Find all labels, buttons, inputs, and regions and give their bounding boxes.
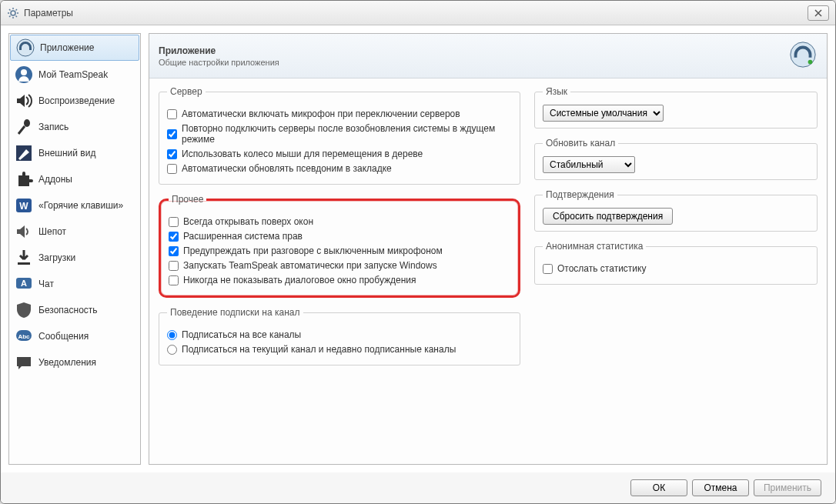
- sidebar-item-notifications[interactable]: Уведомления: [9, 349, 140, 375]
- lbl-reconnect: Повторно подключить серверы после возобн…: [182, 123, 512, 145]
- chk-adv-perm[interactable]: [169, 232, 179, 242]
- chk-auto-nick[interactable]: [167, 164, 177, 174]
- group-server-legend: Сервер: [167, 86, 206, 97]
- group-anon-stats-legend: Анонимная статистика: [543, 241, 646, 252]
- gear-icon: [7, 7, 19, 19]
- lbl-sub-current: Подписаться на текущий канал и недавно п…: [182, 344, 456, 355]
- sidebar-item-design[interactable]: Внешний вид: [9, 140, 140, 166]
- svg-text:Abc: Abc: [18, 333, 30, 340]
- group-channel-sub: Поведение подписки на канал Подписаться …: [159, 307, 520, 365]
- select-update-channel[interactable]: Стабильный: [543, 156, 635, 173]
- footer: ОК Отмена Применить: [1, 472, 835, 503]
- sidebar-item-messages[interactable]: Abc Сообщения: [9, 323, 140, 349]
- svg-line-6: [16, 15, 18, 17]
- lbl-no-wakeup: Никогда не показывать диалоговое окно пр…: [183, 275, 416, 285]
- sidebar: Приложение Мой TeamSpeak Воспроизведение…: [8, 33, 141, 465]
- svg-point-12: [24, 119, 30, 127]
- sidebar-item-chat[interactable]: A Чат: [9, 271, 140, 297]
- lbl-auto-nick: Автоматически обновлять псевдоним в закл…: [182, 163, 392, 174]
- sidebar-item-myteamspeak[interactable]: Мой TeamSpeak: [9, 62, 140, 88]
- svg-rect-17: [18, 262, 30, 265]
- page-subtitle: Общие настройки приложения: [159, 58, 788, 67]
- lbl-always-top: Всегда открывать поверх окон: [183, 216, 313, 227]
- chk-autostart[interactable]: [169, 261, 179, 271]
- sidebar-item-label: Приложение: [40, 42, 94, 53]
- group-language: Язык Системные умолчания: [534, 86, 818, 129]
- sidebar-item-downloads[interactable]: Загрузки: [9, 245, 140, 271]
- group-confirmations-legend: Подтверждения: [543, 189, 617, 200]
- radio-sub-all[interactable]: [167, 330, 177, 340]
- main-header: Приложение Общие настройки приложения: [149, 34, 827, 78]
- settings-window: Параметры Приложение Мой TeamSpeak Воспр…: [0, 0, 836, 504]
- shield-icon: [14, 300, 34, 320]
- titlebar: Параметры: [1, 1, 835, 25]
- group-confirmations: Подтверждения Сбросить подтверждения: [534, 189, 818, 232]
- sidebar-item-application[interactable]: Приложение: [10, 35, 139, 61]
- group-other-legend: Прочее: [169, 194, 206, 205]
- sidebar-item-label: Загрузки: [38, 252, 75, 263]
- lbl-mouse-wheel: Использовать колесо мыши для перемещения…: [182, 149, 423, 159]
- radio-sub-current[interactable]: [167, 345, 177, 355]
- sidebar-item-playback[interactable]: Воспроизведение: [9, 88, 140, 114]
- sidebar-item-addons[interactable]: Аддоны: [9, 166, 140, 192]
- chk-always-top[interactable]: [169, 217, 179, 227]
- svg-text:W: W: [19, 201, 28, 212]
- page-title: Приложение: [159, 45, 788, 56]
- ok-button[interactable]: ОК: [630, 479, 687, 496]
- svg-line-8: [9, 15, 11, 17]
- sidebar-item-capture[interactable]: Запись: [9, 114, 140, 140]
- group-server: Сервер Автоматически включать микрофон п…: [159, 86, 520, 185]
- apply-button[interactable]: Применить: [754, 479, 821, 496]
- speaker-icon: [14, 91, 34, 111]
- group-language-legend: Язык: [543, 86, 570, 97]
- sidebar-item-label: Сообщения: [38, 331, 89, 342]
- sidebar-item-security[interactable]: Безопасность: [9, 297, 140, 323]
- sidebar-item-whisper[interactable]: Шепот: [9, 219, 140, 245]
- chat-a-icon: A: [14, 274, 34, 294]
- select-language[interactable]: Системные умолчания: [543, 105, 664, 122]
- word-icon: W: [14, 195, 34, 215]
- sidebar-item-label: Аддоны: [38, 174, 72, 185]
- sidebar-item-label: Внешний вид: [38, 148, 95, 159]
- whisper-icon: [14, 222, 34, 242]
- chk-reconnect[interactable]: [167, 129, 177, 139]
- svg-line-7: [16, 9, 18, 11]
- group-update-legend: Обновить канал: [543, 138, 618, 149]
- group-channel-sub-legend: Поведение подписки на канал: [167, 307, 303, 318]
- lbl-warn-mic: Предупреждать при разговоре с выключенны…: [183, 245, 443, 256]
- speech-icon: [14, 352, 34, 372]
- sidebar-item-label: Мой TeamSpeak: [38, 69, 108, 80]
- brush-icon: [14, 143, 34, 163]
- lbl-autostart: Запускать TeamSpeak автоматически при за…: [183, 260, 437, 271]
- svg-point-11: [21, 69, 27, 75]
- group-anon-stats: Анонимная статистика Отослать статистику: [534, 241, 818, 285]
- chk-no-wakeup[interactable]: [169, 275, 179, 285]
- chk-mouse-wheel[interactable]: [167, 149, 177, 159]
- lbl-adv-perm: Расширенная система прав: [183, 231, 303, 242]
- messages-icon: Abc: [14, 326, 34, 346]
- lbl-sub-all: Подписаться на все каналы: [182, 329, 301, 340]
- close-button[interactable]: [808, 5, 829, 21]
- reset-confirmations-button[interactable]: Сбросить подтверждения: [543, 208, 673, 225]
- chk-warn-mic[interactable]: [169, 246, 179, 256]
- mic-icon: [14, 117, 34, 137]
- puzzle-icon: [14, 169, 34, 189]
- teamspeak-logo-icon: [788, 40, 818, 72]
- chk-mic-on-switch[interactable]: [167, 109, 177, 119]
- sidebar-item-label: «Горячие клавиши»: [38, 200, 123, 211]
- chk-send-stats[interactable]: [543, 264, 553, 274]
- app-logo-icon: [15, 38, 35, 58]
- sidebar-item-label: Уведомления: [38, 357, 96, 368]
- sidebar-item-hotkeys[interactable]: W «Горячие клавиши»: [9, 192, 140, 219]
- svg-point-23: [808, 60, 813, 65]
- main-panel: Приложение Общие настройки приложения Се…: [149, 33, 828, 465]
- lbl-send-stats: Отослать статистику: [557, 263, 646, 274]
- window-title: Параметры: [24, 8, 808, 18]
- cancel-button[interactable]: Отмена: [692, 479, 749, 496]
- sidebar-item-label: Чат: [38, 279, 54, 289]
- sidebar-item-label: Безопасность: [38, 305, 98, 315]
- svg-line-5: [9, 9, 11, 11]
- svg-point-0: [11, 11, 15, 15]
- sidebar-item-label: Запись: [38, 122, 69, 132]
- group-update-channel: Обновить канал Стабильный: [534, 138, 818, 180]
